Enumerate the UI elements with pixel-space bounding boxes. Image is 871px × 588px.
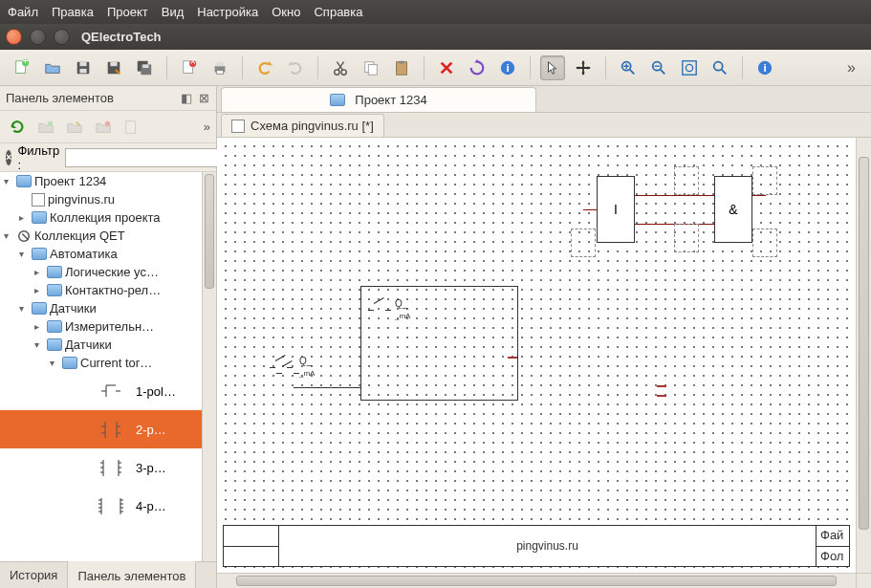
menu-view[interactable]: Вид <box>162 5 185 19</box>
svg-text:×: × <box>189 59 196 67</box>
svg-rect-21 <box>397 61 407 75</box>
svg-rect-7 <box>110 61 117 66</box>
delete-button[interactable] <box>434 55 459 80</box>
save-button[interactable] <box>71 55 96 80</box>
element-4pol[interactable]: 4-p… <box>0 487 202 525</box>
pointer-tool-button[interactable] <box>540 55 565 80</box>
menu-help[interactable]: Справка <box>314 5 362 19</box>
panel-edit-folder-button[interactable] <box>63 116 86 139</box>
elements-panel: Панель элементов ◧ ⊠ » × Фильтр : ▾Проек… <box>0 86 217 588</box>
panel-reload-button[interactable] <box>6 116 29 139</box>
save-all-button[interactable] <box>132 55 157 80</box>
sheet-tab[interactable]: Схема pingvinus.ru [*] <box>221 114 384 137</box>
rotate-button[interactable] <box>465 55 490 80</box>
tab-history[interactable]: История <box>0 562 68 588</box>
svg-rect-22 <box>399 60 403 63</box>
menu-edit[interactable]: Правка <box>52 5 94 19</box>
menu-project[interactable]: Проект <box>107 5 148 19</box>
menu-window[interactable]: Окно <box>272 5 300 19</box>
gate-and[interactable]: & <box>714 176 752 243</box>
canvas-hscrollbar[interactable] <box>217 573 856 588</box>
canvas-vscrollbar[interactable] <box>856 138 871 573</box>
menu-settings[interactable]: Настройка <box>197 5 258 19</box>
new-project-button[interactable]: + <box>10 55 34 80</box>
svg-rect-5 <box>79 68 86 73</box>
svg-point-29 <box>714 61 723 70</box>
main-toolbar: + × i i » <box>0 50 871 86</box>
svg-point-17 <box>335 69 339 74</box>
svg-rect-16 <box>216 70 223 74</box>
element-3pol[interactable]: 3-p… <box>0 448 202 487</box>
svg-rect-27 <box>683 60 696 74</box>
svg-point-33 <box>105 120 110 125</box>
svg-text:+: + <box>22 59 29 66</box>
project-tab[interactable]: Проект 1234 <box>221 87 536 112</box>
terminal-2[interactable] <box>657 381 666 391</box>
folder-icon <box>330 94 345 106</box>
print-button[interactable] <box>207 55 232 80</box>
window-titlebar: QElectroTech <box>0 24 871 50</box>
filter-input[interactable] <box>65 148 235 167</box>
window-title: QElectroTech <box>81 30 162 44</box>
panel-overflow-button[interactable]: » <box>204 120 210 134</box>
panel-float-button[interactable]: ◧ <box>180 92 193 105</box>
tab-elements[interactable]: Панель элементов <box>68 561 196 588</box>
panel-delete-folder-button[interactable] <box>92 116 115 139</box>
window-close-button[interactable] <box>6 29 22 45</box>
zoom-out-button[interactable] <box>646 55 671 80</box>
svg-rect-34 <box>126 120 136 133</box>
main-area: Проект 1234 Схема pingvinus.ru [*] I & <box>217 86 871 588</box>
panel-title: Панель элементов <box>6 91 176 105</box>
zoom-in-button[interactable] <box>616 55 641 80</box>
svg-point-18 <box>341 69 346 74</box>
title-block-name: pingvinus.ru <box>279 526 817 566</box>
svg-rect-4 <box>79 61 86 66</box>
terminal-1[interactable] <box>508 353 517 362</box>
toolbar-overflow-button[interactable]: » <box>841 59 861 76</box>
about-button[interactable]: i <box>752 55 777 80</box>
app-menubar: Файл Правка Проект Вид Настройка Окно Сп… <box>0 0 871 24</box>
document-icon <box>231 120 245 133</box>
close-project-button[interactable]: × <box>177 55 202 80</box>
filter-clear-button[interactable]: × <box>6 150 11 165</box>
svg-point-32 <box>48 120 53 125</box>
elements-tree[interactable]: ▾Проект 1234 pingvinus.ru ▸Коллекция про… <box>0 172 202 561</box>
gate-buffer[interactable]: I <box>597 176 635 243</box>
svg-rect-10 <box>142 64 148 68</box>
panel-import-button[interactable] <box>120 116 143 139</box>
schematic-canvas[interactable]: I & Q_ _mA <box>217 138 856 573</box>
svg-text:i: i <box>763 60 766 73</box>
info-button[interactable]: i <box>495 55 520 80</box>
svg-text:i: i <box>506 60 509 73</box>
window-maximize-button[interactable] <box>54 29 70 45</box>
undo-button[interactable] <box>252 55 277 80</box>
menu-file[interactable]: Файл <box>8 5 38 19</box>
cut-button[interactable] <box>328 55 353 80</box>
zoom-reset-button[interactable] <box>708 55 732 80</box>
copy-button[interactable] <box>359 55 383 80</box>
filter-label: Фильтр : <box>17 143 59 172</box>
redo-button[interactable] <box>283 55 308 80</box>
paste-button[interactable] <box>389 55 414 80</box>
element-2pol[interactable]: 2-p… <box>0 410 202 448</box>
switch-q1[interactable] <box>368 300 391 321</box>
title-block: pingvinus.ru Фай Фол <box>223 525 850 567</box>
tree-scrollbar[interactable] <box>202 172 216 561</box>
window-minimize-button[interactable] <box>30 29 46 45</box>
panel-new-folder-button[interactable] <box>34 116 57 139</box>
svg-point-28 <box>686 64 692 71</box>
open-button[interactable] <box>40 55 65 80</box>
panel-close-button[interactable]: ⊠ <box>197 92 210 105</box>
move-tool-button[interactable] <box>571 55 596 80</box>
save-as-button[interactable] <box>101 55 126 80</box>
svg-rect-15 <box>216 61 223 66</box>
element-1pol[interactable]: 1-pol… <box>0 372 202 410</box>
svg-rect-20 <box>368 64 377 75</box>
zoom-fit-button[interactable] <box>677 55 702 80</box>
